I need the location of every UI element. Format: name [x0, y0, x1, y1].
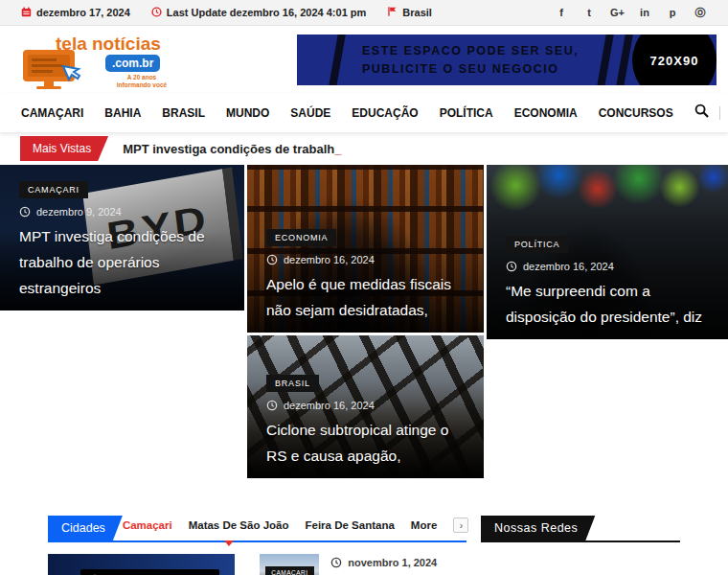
banner-stripe	[326, 34, 349, 85]
chevron-right-icon: ›	[460, 520, 463, 531]
featured-card-politica[interactable]: POLÍTICA dezembro 16, 2024 “Me surpreend…	[487, 165, 728, 339]
featured-card-camacari[interactable]: BYD CAMAÇARI dezembro 9, 2024 MPT invest…	[0, 165, 244, 310]
nav-item-bahia[interactable]: BAHIA	[104, 106, 141, 120]
twitter-icon[interactable]: t	[582, 7, 596, 18]
site-header: tela notícias .com.br A 20 anos informan…	[0, 26, 728, 93]
social-links: f t G+ in p ⓞ	[555, 6, 707, 20]
category-badge[interactable]: CAMAÇARI	[19, 181, 88, 198]
nav-item-camacari[interactable]: CAMAÇARI	[21, 106, 83, 120]
bottom-section: Cidades Camaçari Matas De São João Feira…	[48, 516, 680, 575]
instagram-icon[interactable]: ⓞ	[694, 6, 707, 20]
tab-more[interactable]: More	[411, 519, 437, 531]
article-date: dezembro 16, 2024	[266, 400, 470, 411]
article-date: dezembro 16, 2024	[506, 261, 715, 272]
pinterest-icon[interactable]: p	[666, 7, 679, 18]
main-nav: CAMAÇARI BAHIA BRASIL MUNDO SAÚDE EDUCAÇ…	[0, 93, 728, 132]
article-date: dezembro 16, 2024	[266, 254, 470, 265]
nav-item-educacao[interactable]: EDUCAÇÃO	[352, 106, 418, 120]
banner-line1: ESTE ESPACO PODE SER SEU,	[362, 42, 579, 60]
news-list-item[interactable]: CAMAÇARI novembro 1, 2024 Moradores de C…	[260, 554, 466, 575]
current-date: dezembro 17, 2024	[21, 7, 130, 19]
banner-text: ESTE ESPACO PODE SER SEU, PUBLICITE O SE…	[362, 42, 579, 79]
clock-icon	[506, 261, 517, 272]
clock-icon	[151, 7, 162, 19]
article-title[interactable]: Apelo é que medidas fiscais não sejam de…	[266, 271, 470, 323]
last-update-text: Last Update dezembro 16, 2024 4:01 pm	[167, 7, 366, 18]
banner-stripe	[594, 34, 617, 85]
banner-size-label: 720X90	[632, 34, 717, 85]
clock-icon	[330, 557, 342, 568]
tab-camacari[interactable]: Camaçari	[123, 519, 172, 531]
cidades-label[interactable]: Cidades	[48, 516, 123, 540]
nav-item-politica[interactable]: POLÍTICA	[440, 106, 493, 120]
calendar-icon	[21, 7, 32, 19]
clock-icon	[266, 400, 278, 411]
country-text: Brasil	[402, 7, 432, 18]
featured-card-economia[interactable]: ECONOMIA dezembro 16, 2024 Apelo é que m…	[247, 165, 484, 333]
cidades-widget: Cidades Camaçari Matas De São João Feira…	[48, 516, 466, 575]
logo-tagline: A 20 anos informando você	[111, 74, 172, 90]
category-badge: CAMAÇARI	[265, 566, 313, 575]
nav-item-mundo[interactable]: MUNDO	[226, 106, 269, 120]
last-update: Last Update dezembro 16, 2024 4:01 pm	[151, 7, 366, 19]
google-plus-icon[interactable]: G+	[610, 7, 624, 18]
flag-icon	[387, 6, 398, 19]
nav-item-saude[interactable]: SAÚDE	[290, 106, 330, 120]
category-badge[interactable]: BRASIL	[266, 375, 319, 392]
logo-domain: .com.br	[105, 55, 160, 72]
news-thumbnail[interactable]: CAMAÇARI	[260, 554, 319, 575]
clock-icon	[19, 206, 31, 218]
date-text: dezembro 17, 2024	[36, 7, 130, 18]
category-badge[interactable]: POLÍTICA	[506, 236, 568, 253]
nossas-redes-widget: Nossas Redes	[481, 516, 680, 575]
featured-grid: BYD CAMAÇARI dezembro 9, 2024 MPT invest…	[0, 165, 728, 478]
article-date: dezembro 9, 2024	[19, 206, 231, 218]
tab-matas-de-sao-joao[interactable]: Matas De São João	[189, 519, 289, 531]
featured-card-brasil[interactable]: BRASIL dezembro 16, 2024 Ciclone subtrop…	[247, 335, 484, 478]
trending-ticker: Mais Vistas MPT investiga condições de t…	[0, 134, 728, 163]
tab-feira-de-santana[interactable]: Feira De Santana	[306, 519, 395, 531]
nav-divider	[719, 106, 720, 120]
author-card[interactable]: moderador moderador	[48, 554, 235, 575]
article-title[interactable]: “Me surpreendi com a disposição do presi…	[506, 278, 715, 330]
ad-banner[interactable]: ESTE ESPACO PODE SER SEU, PUBLICITE O SE…	[297, 34, 717, 85]
banner-line2: PUBLICITE O SEU NEGOCIO	[362, 60, 579, 79]
top-bar: dezembro 17, 2024 Last Update dezembro 1…	[0, 0, 728, 26]
search-icon[interactable]	[694, 104, 709, 122]
tabs-next-button[interactable]: ›	[453, 518, 468, 533]
logo-title: tela notícias	[56, 34, 161, 55]
nav-item-economia[interactable]: ECONOMIA	[514, 106, 578, 120]
country-indicator: Brasil	[387, 6, 432, 19]
category-badge[interactable]: ECONOMIA	[266, 229, 336, 246]
article-title[interactable]: MPT investiga condições de trabalho de o…	[19, 223, 231, 301]
ticker-cursor: _	[334, 142, 341, 156]
ticker-label[interactable]: Mais Vistas	[20, 136, 108, 161]
article-date: novembro 1, 2024	[330, 557, 466, 568]
nav-item-brasil[interactable]: BRASIL	[162, 106, 205, 120]
nav-item-concursos[interactable]: CONCURSOS	[599, 106, 673, 120]
clock-icon	[266, 254, 278, 265]
article-title[interactable]: Ciclone subtropical atinge o RS e causa …	[266, 417, 470, 469]
linkedin-icon[interactable]: in	[638, 7, 651, 18]
monitor-icon	[21, 49, 90, 93]
ticker-headline[interactable]: MPT investiga condições de trabalh_	[123, 142, 341, 156]
cidades-tabs: Camaçari Matas De São João Feira De Sant…	[123, 518, 468, 540]
facebook-icon[interactable]: f	[555, 7, 568, 18]
site-logo[interactable]: tela notícias .com.br A 20 anos informan…	[19, 32, 172, 89]
author-chip[interactable]: moderador moderador	[80, 569, 219, 575]
nossas-redes-label: Nossas Redes	[481, 516, 595, 540]
active-tab-pointer	[224, 540, 234, 546]
